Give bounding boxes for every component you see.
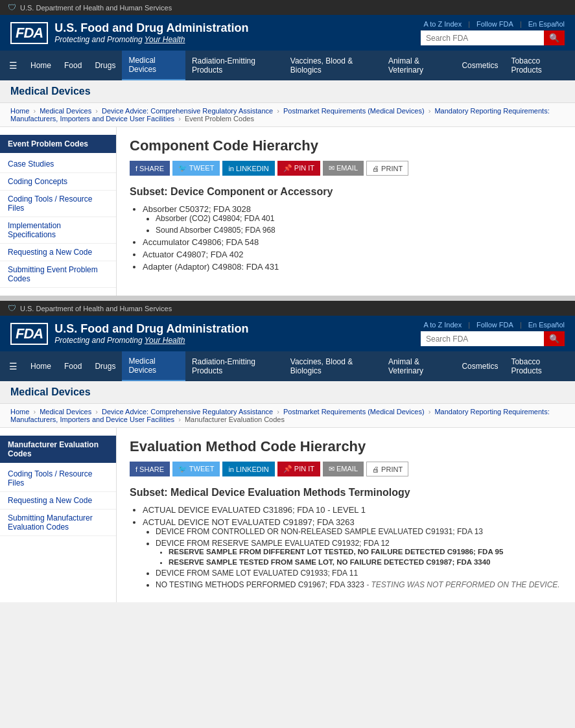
- breadcrumb-mandatory[interactable]: Mandatory Reporting Requirements: Manufa…: [10, 107, 550, 123]
- fda-title: U.S. Food and Drug Administration Protec…: [54, 21, 248, 44]
- breadcrumb2-device-advice[interactable]: Device Advice: Comprehensive Regulatory …: [102, 408, 273, 416]
- sidebar1-item-implementation[interactable]: Implementation Specifications: [0, 217, 116, 244]
- gov-banner: 🛡 U.S. Department of Health and Human Se…: [0, 0, 575, 15]
- share-pinterest[interactable]: 📌 PIN IT: [277, 161, 320, 176]
- nav2-radiation[interactable]: Radiation-Emitting Products: [185, 352, 284, 381]
- section1-title: Medical Devices: [10, 86, 565, 97]
- fda-header-2: FDA U.S. Food and Drug Administration Pr…: [0, 316, 575, 351]
- section2-sidebar: Manufacturer Evaluation Codes Coding Too…: [0, 428, 117, 602]
- nav-bar-2: ☰ Home Food Drugs Medical Devices Radiat…: [0, 351, 575, 381]
- share-linkedin[interactable]: in LINKEDIN: [222, 161, 274, 176]
- share2-email[interactable]: ✉ EMAIL: [323, 462, 364, 476]
- header-right-2: A to Z Index | Follow FDA | En Español 🔍: [421, 321, 565, 346]
- gov-banner-2: 🛡 U.S. Department of Health and Human Se…: [0, 301, 575, 316]
- search-button-2[interactable]: 🔍: [544, 331, 565, 346]
- nav2-home[interactable]: Home: [24, 357, 58, 376]
- share2-twitter[interactable]: 🐦 TWEET: [172, 462, 220, 476]
- az-index-link-2[interactable]: A to Z Index: [423, 321, 462, 329]
- list-item: NO TESTING METHODS PERFORMED C91967; FDA…: [156, 580, 562, 589]
- sidebar1-item-coding-concepts[interactable]: Coding Concepts: [0, 173, 116, 191]
- nav2-animal[interactable]: Animal & Veterinary: [382, 352, 455, 381]
- nav2-cosmetics[interactable]: Cosmetics: [455, 357, 504, 376]
- sidebar2-item-requesting[interactable]: Requesting a New Code: [0, 492, 116, 510]
- nav2-tobacco[interactable]: Tobacco Products: [504, 352, 572, 381]
- list-item: Sound Absorber C49805; FDA 968: [156, 226, 562, 235]
- fda-header: FDA U.S. Food and Drug Administration Pr…: [0, 15, 575, 51]
- section2-page-title: Evaluation Method Code Hierarchy: [130, 438, 562, 455]
- follow-fda-link[interactable]: Follow FDA: [476, 20, 513, 28]
- section1-sidebar: Event Problem Codes Case Studies Coding …: [0, 127, 117, 296]
- nav-cosmetics[interactable]: Cosmetics: [455, 56, 504, 75]
- sub-list-2: DEVICE FROM CONTROLLED OR NON-RELEASED S…: [156, 527, 562, 589]
- nav2-drugs[interactable]: Drugs: [88, 357, 122, 376]
- shield-icon-2: 🛡: [8, 303, 16, 313]
- section1-content: Event Problem Codes Case Studies Coding …: [0, 127, 575, 296]
- share2-print[interactable]: 🖨 PRINT: [366, 462, 408, 476]
- section-1: 🛡 U.S. Department of Health and Human Se…: [0, 0, 575, 296]
- breadcrumb2-current: Manufacturer Evaluation Codes: [185, 416, 285, 423]
- search-input-2[interactable]: [421, 331, 544, 346]
- nav-tobacco[interactable]: Tobacco Products: [504, 51, 572, 80]
- nav2-vaccines[interactable]: Vaccines, Blood & Biologics: [284, 352, 382, 381]
- fda-logo-2: FDA: [10, 323, 48, 345]
- section1-main: Component Code Hierarchy f SHARE 🐦 TWEET…: [117, 127, 575, 296]
- section2-breadcrumb: Home › Medical Devices › Device Advice: …: [0, 404, 575, 428]
- fda-logo: FDA: [10, 22, 48, 44]
- share-buttons-2: f SHARE 🐦 TWEET in LINKEDIN 📌 PIN IT ✉ E…: [130, 462, 562, 476]
- espanol-link-2[interactable]: En Español: [528, 321, 565, 329]
- sidebar2-item-coding-tools[interactable]: Coding Tools / Resource Files: [0, 465, 116, 492]
- breadcrumb-home[interactable]: Home: [10, 107, 29, 115]
- sidebar2-item-submitting[interactable]: Submitting Manufacturer Evaluation Codes: [0, 510, 116, 536]
- nav-drugs[interactable]: Drugs: [88, 56, 122, 75]
- fda-title-2: U.S. Food and Drug Administration Protec…: [54, 322, 248, 345]
- nav-vaccines[interactable]: Vaccines, Blood & Biologics: [284, 51, 382, 80]
- share2-facebook[interactable]: f SHARE: [130, 462, 170, 476]
- header-right: A to Z Index | Follow FDA | En Español 🔍: [421, 20, 565, 45]
- breadcrumb-postmarket[interactable]: Postmarket Requirements (Medical Devices…: [283, 107, 425, 115]
- section1-title-bar: Medical Devices: [0, 80, 575, 103]
- search-input[interactable]: [421, 30, 544, 45]
- breadcrumb-medical-devices[interactable]: Medical Devices: [40, 107, 91, 115]
- breadcrumb-device-advice[interactable]: Device Advice: Comprehensive Regulatory …: [102, 107, 273, 115]
- breadcrumb2-postmarket[interactable]: Postmarket Requirements (Medical Devices…: [283, 408, 425, 416]
- espanol-link[interactable]: En Español: [528, 20, 565, 28]
- search-button[interactable]: 🔍: [544, 30, 565, 45]
- follow-fda-link-2[interactable]: Follow FDA: [476, 321, 513, 329]
- list-item: DEVICE FROM CONTROLLED OR NON-RELEASED S…: [156, 527, 562, 536]
- section2-title: Medical Devices: [10, 386, 565, 398]
- nav2-medical-devices[interactable]: Medical Devices: [122, 351, 185, 381]
- sidebar1-item-requesting[interactable]: Requesting a New Code: [0, 244, 116, 261]
- sub-list: Absorber (CO2) C49804; FDA 401 Sound Abs…: [156, 214, 562, 235]
- menu-icon-2[interactable]: ☰: [3, 356, 24, 377]
- shield-icon: 🛡: [8, 3, 16, 12]
- share2-pinterest[interactable]: 📌 PIN IT: [277, 462, 320, 476]
- share-twitter[interactable]: 🐦 TWEET: [172, 161, 220, 176]
- nav2-food[interactable]: Food: [58, 357, 88, 376]
- list-item: ACTUAL DEVICE NOT EVALUATED C91897; FDA …: [143, 517, 562, 589]
- breadcrumb2-medical-devices[interactable]: Medical Devices: [40, 408, 91, 416]
- nav-home[interactable]: Home: [24, 56, 58, 75]
- menu-icon[interactable]: ☰: [3, 55, 24, 76]
- share-email[interactable]: ✉ EMAIL: [323, 161, 364, 176]
- list-item: DEVICE FROM RESERVE SAMPLE EVALUATED C91…: [156, 539, 562, 566]
- breadcrumb2-home[interactable]: Home: [10, 408, 29, 416]
- share-print[interactable]: 🖨 PRINT: [366, 161, 408, 176]
- section1-page-title: Component Code Hierarchy: [130, 137, 562, 154]
- sidebar1-item-case-studies[interactable]: Case Studies: [0, 156, 116, 173]
- fda-org-name: U.S. Food and Drug Administration: [54, 21, 248, 35]
- search-box: 🔍: [421, 30, 565, 45]
- nav-medical-devices[interactable]: Medical Devices: [122, 51, 185, 80]
- sidebar1-item-submitting[interactable]: Submitting Event Problem Codes: [0, 261, 116, 288]
- nav-animal[interactable]: Animal & Veterinary: [382, 51, 455, 80]
- section2-main: Evaluation Method Code Hierarchy f SHARE…: [117, 428, 575, 602]
- section-2: 🛡 U.S. Department of Health and Human Se…: [0, 301, 575, 602]
- nav-radiation[interactable]: Radiation-Emitting Products: [185, 51, 284, 80]
- share-facebook[interactable]: f SHARE: [130, 161, 170, 176]
- az-index-link[interactable]: A to Z Index: [423, 20, 462, 28]
- nav-food[interactable]: Food: [58, 56, 88, 75]
- search-box-2: 🔍: [421, 331, 565, 346]
- list-item: Absorber (CO2) C49804; FDA 401: [156, 214, 562, 223]
- sidebar1-item-coding-tools[interactable]: Coding Tools / Resource Files: [0, 191, 116, 217]
- share2-linkedin[interactable]: in LINKEDIN: [222, 462, 274, 476]
- fda-logo-area: FDA U.S. Food and Drug Administration Pr…: [10, 21, 249, 44]
